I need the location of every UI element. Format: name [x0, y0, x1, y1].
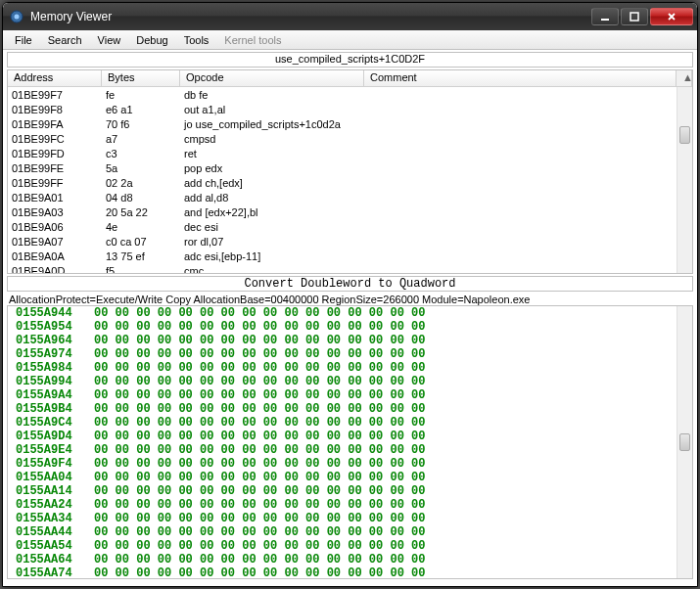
hex-addr: 0155A9F4 [16, 457, 94, 471]
hex-row[interactable]: 0155A9C400 00 00 00 00 00 00 00 00 00 00… [8, 416, 692, 430]
hex-addr: 0155A994 [16, 375, 94, 388]
hex-bytes: 00 00 00 00 00 00 00 00 00 00 00 00 00 0… [94, 566, 425, 579]
hex-bytes: 00 00 00 00 00 00 00 00 00 00 00 00 00 0… [94, 388, 425, 402]
menu-tools[interactable]: Tools [176, 32, 217, 48]
hex-addr: 0155AA54 [16, 539, 94, 553]
menu-search[interactable]: Search [40, 32, 90, 48]
scrollbar-thumb[interactable] [679, 433, 690, 451]
hex-row[interactable]: 0155AA3400 00 00 00 00 00 00 00 00 00 00… [8, 512, 692, 525]
hex-addr: 0155A974 [16, 347, 94, 361]
menu-view[interactable]: View [90, 32, 129, 48]
bytes-cell: e6 a1 [106, 103, 184, 117]
bytes-cell: 20 5a 22 [106, 205, 184, 220]
hex-addr: 0155A9D4 [16, 430, 94, 443]
hex-row[interactable]: 0155A99400 00 00 00 00 00 00 00 00 00 00… [8, 375, 692, 388]
svg-point-1 [15, 15, 20, 20]
hex-dump-pane[interactable]: 0155A94400 00 00 00 00 00 00 00 00 00 00… [7, 305, 693, 579]
hex-bytes: 00 00 00 00 00 00 00 00 00 00 00 00 00 0… [94, 320, 425, 334]
disassembly-pane: Address Bytes Opcode Comment ▲ 01BE99F7f… [7, 69, 693, 274]
hex-row[interactable]: 0155A98400 00 00 00 00 00 00 00 00 00 00… [8, 361, 692, 375]
hex-bytes: 00 00 00 00 00 00 00 00 00 00 00 00 00 0… [94, 498, 425, 512]
hex-row[interactable]: 0155A97400 00 00 00 00 00 00 00 00 00 00… [8, 347, 692, 361]
disasm-row[interactable]: 01BE9A0Df5cmc [8, 264, 692, 273]
addr-cell: 01BE9A0A [12, 249, 106, 264]
hex-addr: 0155A9B4 [16, 402, 94, 416]
menu-file[interactable]: File [7, 32, 40, 48]
menu-kernel-tools[interactable]: Kernel tools [216, 32, 289, 48]
col-address[interactable]: Address [8, 70, 102, 86]
hex-row[interactable]: 0155A9D400 00 00 00 00 00 00 00 00 00 00… [8, 430, 692, 443]
opcode-cell: add al,d8 [184, 191, 688, 205]
disasm-row[interactable]: 01BE99FE5apop edx [8, 161, 692, 176]
opcode-cell: out a1,al [184, 103, 688, 117]
disasm-row[interactable]: 01BE9A0104 d8add al,d8 [8, 191, 692, 205]
bytes-cell: c0 ca 07 [106, 235, 184, 249]
disasm-row[interactable]: 01BE99F7fedb fe [8, 88, 692, 103]
disassembly-list[interactable]: 01BE99F7fedb fe01BE99F8e6 a1out a1,al01B… [8, 87, 692, 273]
addr-cell: 01BE99F8 [12, 103, 106, 117]
hex-row[interactable]: 0155AA1400 00 00 00 00 00 00 00 00 00 00… [8, 484, 692, 498]
col-comment[interactable]: Comment [364, 70, 677, 86]
hex-row[interactable]: 0155A9B400 00 00 00 00 00 00 00 00 00 00… [8, 402, 692, 416]
addr-cell: 01BE9A07 [12, 235, 106, 249]
addr-cell: 01BE9A06 [12, 220, 106, 235]
hex-row[interactable]: 0155A95400 00 00 00 00 00 00 00 00 00 00… [8, 320, 692, 334]
hex-scrollbar[interactable] [677, 306, 692, 578]
bytes-cell: a7 [106, 132, 184, 147]
disasm-row[interactable]: 01BE99FF02 2aadd ch,[edx] [8, 176, 692, 191]
hex-addr: 0155AA04 [16, 471, 94, 484]
opcode-cell: cmpsd [184, 132, 688, 147]
bytes-cell: 5a [106, 161, 184, 176]
disasm-scrollbar[interactable] [677, 87, 692, 273]
hex-bytes: 00 00 00 00 00 00 00 00 00 00 00 00 00 0… [94, 484, 425, 498]
scrollbar-thumb[interactable] [679, 126, 690, 144]
maximize-button[interactable] [621, 8, 648, 25]
disasm-row[interactable]: 01BE99F8e6 a1out a1,al [8, 103, 692, 117]
column-headers: Address Bytes Opcode Comment ▲ [8, 70, 692, 87]
col-bytes[interactable]: Bytes [102, 70, 180, 86]
hex-row[interactable]: 0155A9A400 00 00 00 00 00 00 00 00 00 00… [8, 388, 692, 402]
minimize-button[interactable] [591, 8, 619, 25]
disasm-row[interactable]: 01BE9A0320 5a 22and [edx+22],bl [8, 205, 692, 220]
titlebar[interactable]: Memory Viewer [3, 3, 697, 30]
hex-bytes: 00 00 00 00 00 00 00 00 00 00 00 00 00 0… [94, 402, 425, 416]
opcode-cell: dec esi [184, 220, 688, 235]
hex-row[interactable]: 0155AA6400 00 00 00 00 00 00 00 00 00 00… [8, 553, 692, 566]
opcode-cell: add ch,[edx] [184, 176, 688, 191]
addr-cell: 01BE9A0D [12, 264, 106, 273]
hex-addr: 0155A944 [16, 306, 94, 320]
hex-row[interactable]: 0155A94400 00 00 00 00 00 00 00 00 00 00… [8, 306, 692, 320]
scroll-up-icon[interactable]: ▲ [677, 70, 692, 86]
opcode-cell: adc esi,[ebp-11] [184, 249, 688, 264]
allocation-info: AllocationProtect=Execute/Write Copy All… [3, 292, 697, 305]
addr-cell: 01BE99FC [12, 132, 106, 147]
disasm-row[interactable]: 01BE99FDc3ret [8, 147, 692, 161]
hex-row[interactable]: 0155AA7400 00 00 00 00 00 00 00 00 00 00… [8, 566, 692, 579]
window-title: Memory Viewer [30, 10, 591, 23]
bytes-cell: c3 [106, 147, 184, 161]
hex-addr: 0155A9C4 [16, 416, 94, 430]
hex-row[interactable]: 0155AA2400 00 00 00 00 00 00 00 00 00 00… [8, 498, 692, 512]
hex-row[interactable]: 0155A96400 00 00 00 00 00 00 00 00 00 00… [8, 334, 692, 347]
hex-addr: 0155A964 [16, 334, 94, 347]
bytes-cell: 13 75 ef [106, 249, 184, 264]
hex-row[interactable]: 0155AA0400 00 00 00 00 00 00 00 00 00 00… [8, 471, 692, 484]
addr-cell: 01BE99FF [12, 176, 106, 191]
hex-row[interactable]: 0155AA5400 00 00 00 00 00 00 00 00 00 00… [8, 539, 692, 553]
addr-cell: 01BE99F7 [12, 88, 106, 103]
opcode-cell: pop edx [184, 161, 688, 176]
hex-row[interactable]: 0155A9F400 00 00 00 00 00 00 00 00 00 00… [8, 457, 692, 471]
disasm-row[interactable]: 01BE99FA70 f6jo use_compiled_scripts+1c0… [8, 117, 692, 132]
hex-addr: 0155AA74 [16, 566, 94, 579]
hex-row[interactable]: 0155A9E400 00 00 00 00 00 00 00 00 00 00… [8, 443, 692, 457]
bytes-cell: 4e [106, 220, 184, 235]
disasm-row[interactable]: 01BE9A0A13 75 efadc esi,[ebp-11] [8, 249, 692, 264]
hex-row[interactable]: 0155AA4400 00 00 00 00 00 00 00 00 00 00… [8, 525, 692, 539]
col-opcode[interactable]: Opcode [180, 70, 364, 86]
close-button[interactable] [650, 8, 693, 25]
disasm-row[interactable]: 01BE99FCa7cmpsd [8, 132, 692, 147]
disasm-row[interactable]: 01BE9A064edec esi [8, 220, 692, 235]
menu-debug[interactable]: Debug [128, 32, 175, 48]
disasm-row[interactable]: 01BE9A07c0 ca 07ror dl,07 [8, 235, 692, 249]
hex-addr: 0155AA64 [16, 553, 94, 566]
